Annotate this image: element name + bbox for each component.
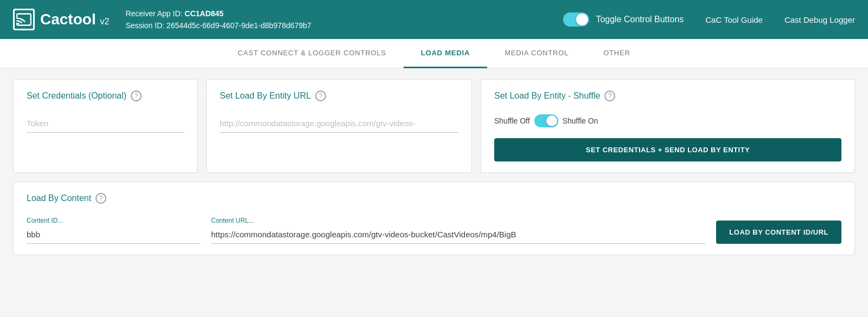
tabs-bar: CAST CONNECT & LOGGER CONTROLS LOAD MEDI… xyxy=(0,39,868,68)
entity-shuffle-help-icon[interactable]: ? xyxy=(604,90,615,101)
header-info: Receiver App ID: CC1AD845 Session ID: 26… xyxy=(125,8,563,32)
credentials-help-icon[interactable]: ? xyxy=(131,90,142,101)
entity-url-input[interactable] xyxy=(220,114,458,133)
entity-url-help-icon[interactable]: ? xyxy=(315,90,326,101)
session-id-line: Session ID: 26544d5c-66d9-4607-9de1-d8b9… xyxy=(125,20,563,31)
shuffle-toggle-row: Shuffle Off Shuffle On xyxy=(494,114,841,127)
tab-media-control[interactable]: MEDIA CONTROL xyxy=(487,39,586,68)
receiver-app-line: Receiver App ID: CC1AD845 xyxy=(125,8,563,20)
tab-other[interactable]: OTHER xyxy=(586,39,648,68)
toggle-control-buttons-section: Toggle Control Buttons xyxy=(563,12,684,27)
load-by-content-button[interactable]: LOAD BY CONTENT ID/URL xyxy=(716,221,841,244)
content-url-value[interactable]: https://commondatastorage.googleapis.com… xyxy=(211,227,705,244)
content-url-label: Content URL... xyxy=(211,217,705,224)
entity-url-card: Set Load By Entity URL ? xyxy=(206,79,472,173)
main-content: Set Credentials (Optional) ? Set Load By… xyxy=(0,68,868,266)
toggle-control-buttons-label: Toggle Control Buttons xyxy=(596,15,684,24)
cast-icon xyxy=(13,9,35,30)
shuffle-off-label: Shuffle Off xyxy=(494,117,530,125)
logo-section: Cactool v2 xyxy=(13,9,109,30)
top-cards-row: Set Credentials (Optional) ? Set Load By… xyxy=(13,79,855,173)
entity-url-card-title: Set Load By Entity URL ? xyxy=(220,90,458,101)
load-by-content-card: Load By Content ? Content ID... bbb Cont… xyxy=(13,182,855,255)
header-links: CaC Tool Guide Cast Debug Logger xyxy=(705,15,855,24)
credentials-card: Set Credentials (Optional) ? xyxy=(13,79,197,173)
tab-load-media[interactable]: LOAD MEDIA xyxy=(404,39,487,68)
shuffle-on-label: Shuffle On xyxy=(563,117,598,125)
toggle-control-buttons-switch[interactable] xyxy=(563,12,589,27)
tab-cast-connect[interactable]: CAST CONNECT & LOGGER CONTROLS xyxy=(220,39,403,68)
logo-text: Cactool v2 xyxy=(40,11,109,28)
content-id-value[interactable]: bbb xyxy=(27,227,200,244)
entity-shuffle-card: Set Load By Entity - Shuffle ? Shuffle O… xyxy=(481,79,855,173)
load-by-content-title: Load By Content ? xyxy=(27,193,841,204)
content-url-field: Content URL... https://commondatastorage… xyxy=(211,217,705,244)
load-by-content-help-icon[interactable]: ? xyxy=(95,193,106,204)
load-content-row: Content ID... bbb Content URL... https:/… xyxy=(27,217,841,244)
shuffle-toggle-switch[interactable] xyxy=(534,114,558,127)
content-id-field: Content ID... bbb xyxy=(27,217,200,244)
entity-shuffle-card-title: Set Load By Entity - Shuffle ? xyxy=(494,90,841,101)
cast-debug-logger-link[interactable]: Cast Debug Logger xyxy=(784,15,855,24)
app-header: Cactool v2 Receiver App ID: CC1AD845 Ses… xyxy=(0,0,868,39)
cac-tool-guide-link[interactable]: CaC Tool Guide xyxy=(705,15,763,24)
set-credentials-send-load-button[interactable]: SET CREDENTIALS + SEND LOAD BY ENTITY xyxy=(494,138,841,161)
token-input[interactable] xyxy=(27,114,184,133)
credentials-card-title: Set Credentials (Optional) ? xyxy=(27,90,184,101)
content-id-label: Content ID... xyxy=(27,217,200,224)
